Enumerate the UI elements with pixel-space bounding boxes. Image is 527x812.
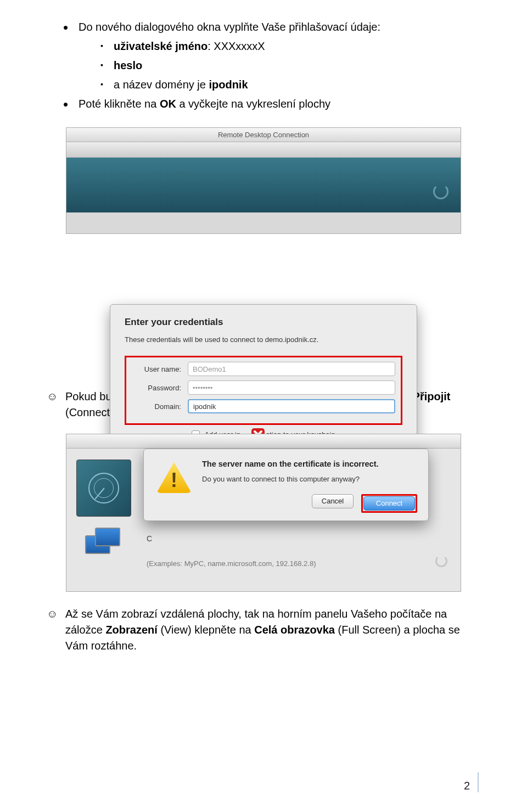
tip-fullscreen-b: (View) klepněte na — [158, 624, 254, 636]
window-titlebar: Remote Desktop Connection — [66, 128, 461, 142]
credentials-highlight-box: User name: BODemo1 Password: •••••••• Do… — [125, 356, 402, 425]
sub-password: heslo — [100, 58, 480, 74]
tip-fullscreen-bold1: Zobrazení — [105, 624, 157, 636]
bullet-click-ok: Poté klikněte na OK a vyčkejte na vykres… — [63, 96, 480, 112]
tip-fullscreen: Až se Vám zobrazí vzdálená plochy, tak n… — [65, 606, 480, 654]
sub-username-label: uživatelské jméno — [114, 40, 208, 52]
page-number: 2 — [464, 780, 470, 792]
username-input[interactable]: BODemo1 — [188, 362, 395, 376]
label-password: Password: — [132, 384, 181, 392]
bullet-credentials: Do nového dialogového okna vyplňte Vaše … — [63, 19, 480, 93]
warning-icon — [155, 459, 193, 513]
connecting-background — [66, 158, 461, 212]
smiley-icon: ☺ — [47, 606, 60, 654]
connect-highlight-box: Connect — [361, 494, 417, 513]
sub-username-value: : XXXxxxxX — [208, 40, 265, 52]
sub-domain: a název domény je ipodnik — [100, 77, 480, 93]
tip-fullscreen-bold2: Celá obrazovka — [254, 624, 335, 636]
bullet-click-ok-a: Poté klikněte na — [79, 98, 160, 110]
rdc-screens-icon — [85, 528, 125, 556]
sub-password-label: heslo — [114, 59, 142, 71]
computer-label-fragment: C — [147, 534, 152, 543]
window2-titlebar — [66, 434, 461, 449]
sub-domain-value: ipodnik — [209, 79, 248, 91]
window-bottom-area — [66, 212, 461, 233]
bullet-credentials-text: Do nového dialogového okna vyplňte Vaše … — [79, 21, 380, 33]
bullet-click-ok-b: a vyčkejte na vykreslení plochy — [176, 98, 330, 110]
smiley-icon: ☺ — [47, 389, 60, 421]
sub-domain-lead: a název domény je — [114, 79, 209, 91]
screenshot-credentials-dialog: Remote Desktop Connection Enter your cre… — [66, 127, 461, 374]
bullet-click-ok-bold: OK — [160, 98, 176, 110]
label-domain: Domain: — [132, 402, 181, 411]
domain-input[interactable]: ipodnik — [188, 399, 395, 413]
label-username: User name: — [132, 365, 181, 373]
credentials-desc: These credentials will be used to connec… — [125, 335, 402, 344]
cert-warning-title: The server name on the certificate is in… — [202, 459, 417, 469]
cert-connect-button[interactable]: Connect — [363, 496, 415, 511]
window-toolbar-area — [66, 142, 461, 158]
password-input[interactable]: •••••••• — [188, 380, 395, 395]
credentials-heading: Enter your credentials — [125, 317, 402, 328]
screenshot-certificate-dialog: C (Examples: MyPC, name.microsoft.com, 1… — [66, 434, 461, 592]
spinner-icon — [435, 555, 447, 567]
rdc-radar-icon — [76, 460, 131, 517]
examples-hint: (Examples: MyPC, name.microsoft.com, 192… — [147, 559, 316, 568]
certificate-warning-dialog: The server name on the certificate is in… — [143, 449, 429, 521]
cert-cancel-button[interactable]: Cancel — [312, 494, 354, 508]
page-footer: 2 — [464, 772, 479, 792]
cert-warning-desc: Do you want to connect to this computer … — [202, 475, 417, 483]
page-number-divider — [478, 772, 479, 792]
tip-certificate-bold: Připojit — [413, 390, 451, 402]
sub-username: uživatelské jméno: XXXxxxxX — [100, 38, 480, 54]
